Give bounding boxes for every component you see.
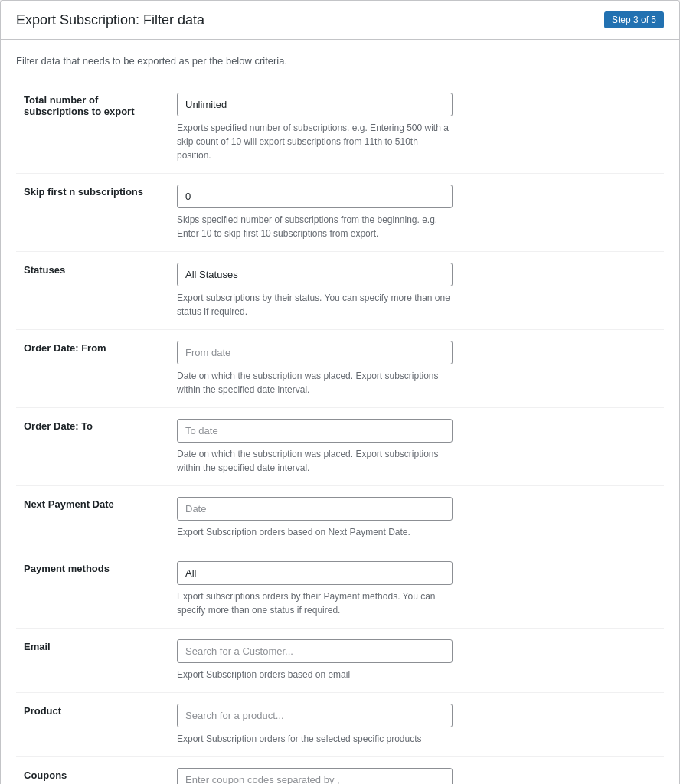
form-row-order_date_from: Order Date: FromDate on which the subscr… bbox=[16, 330, 664, 408]
input-coupons[interactable] bbox=[177, 768, 453, 784]
label-next_payment_date: Next Payment Date bbox=[16, 486, 169, 550]
label-skip_first: Skip first n subscriptions bbox=[16, 174, 169, 252]
description-order_date_to: Date on which the subscription was place… bbox=[177, 447, 453, 475]
form-row-coupons: CouponsExport Subscription orders based … bbox=[16, 757, 664, 785]
field-cell-skip_first: Skips specified number of subscriptions … bbox=[169, 174, 664, 252]
description-payment_methods: Export subscriptions orders by their Pay… bbox=[177, 590, 453, 617]
field-cell-order_date_to: Date on which the subscription was place… bbox=[169, 408, 664, 486]
field-cell-statuses: Export subscriptions by their status. Yo… bbox=[169, 252, 664, 330]
input-email[interactable] bbox=[177, 639, 453, 663]
description-order_date_from: Date on which the subscription was place… bbox=[177, 369, 453, 397]
label-order_date_from: Order Date: From bbox=[16, 330, 169, 408]
form-row-next_payment_date: Next Payment DateExport Subscription ord… bbox=[16, 486, 664, 550]
label-statuses: Statuses bbox=[16, 252, 169, 330]
form-row-statuses: StatusesExport subscriptions by their st… bbox=[16, 252, 664, 330]
field-cell-email: Export Subscription orders based on emai… bbox=[169, 629, 664, 693]
form-row-skip_first: Skip first n subscriptionsSkips specifie… bbox=[16, 174, 664, 252]
field-cell-next_payment_date: Export Subscription orders based on Next… bbox=[169, 486, 664, 550]
form-row-payment_methods: Payment methodsExport subscriptions orde… bbox=[16, 550, 664, 629]
input-payment_methods[interactable] bbox=[177, 561, 453, 585]
page-content: Filter data that needs to be exported as… bbox=[1, 40, 679, 784]
label-coupons: Coupons bbox=[16, 757, 169, 785]
description-total_number: Exports specified number of subscription… bbox=[177, 121, 453, 162]
description-email: Export Subscription orders based on emai… bbox=[177, 668, 453, 681]
input-skip_first[interactable] bbox=[177, 185, 453, 208]
label-email: Email bbox=[16, 629, 169, 693]
description-statuses: Export subscriptions by their status. Yo… bbox=[177, 291, 453, 318]
page-wrapper: Export Subscription: Filter data Step 3 … bbox=[0, 0, 680, 784]
field-cell-payment_methods: Export subscriptions orders by their Pay… bbox=[169, 550, 664, 629]
field-cell-order_date_from: Date on which the subscription was place… bbox=[169, 330, 664, 408]
step-badge: Step 3 of 5 bbox=[604, 11, 664, 28]
input-next_payment_date[interactable] bbox=[177, 497, 453, 521]
description-skip_first: Skips specified number of subscriptions … bbox=[177, 213, 453, 240]
form-row-total_number: Total number of subscriptions to exportE… bbox=[16, 82, 664, 174]
form-row-email: EmailExport Subscription orders based on… bbox=[16, 629, 664, 693]
label-order_date_to: Order Date: To bbox=[16, 408, 169, 486]
field-cell-total_number: Exports specified number of subscription… bbox=[169, 82, 664, 174]
form-row-order_date_to: Order Date: ToDate on which the subscrip… bbox=[16, 408, 664, 486]
form-table: Total number of subscriptions to exportE… bbox=[16, 82, 664, 784]
input-product[interactable] bbox=[177, 704, 453, 727]
form-row-product: ProductExport Subscription orders for th… bbox=[16, 693, 664, 757]
input-total_number[interactable] bbox=[177, 93, 453, 116]
label-payment_methods: Payment methods bbox=[16, 550, 169, 629]
label-product: Product bbox=[16, 693, 169, 757]
label-total_number: Total number of subscriptions to export bbox=[16, 82, 169, 174]
intro-text: Filter data that needs to be exported as… bbox=[16, 55, 664, 67]
field-cell-coupons: Export Subscription orders based on coup… bbox=[169, 757, 664, 785]
page-title: Export Subscription: Filter data bbox=[16, 12, 204, 28]
description-next_payment_date: Export Subscription orders based on Next… bbox=[177, 525, 453, 539]
input-order_date_from[interactable] bbox=[177, 341, 453, 364]
input-order_date_to[interactable] bbox=[177, 419, 453, 443]
description-product: Export Subscription orders for the selec… bbox=[177, 732, 453, 746]
input-statuses[interactable] bbox=[177, 263, 453, 286]
field-cell-product: Export Subscription orders for the selec… bbox=[169, 693, 664, 757]
page-header: Export Subscription: Filter data Step 3 … bbox=[1, 1, 679, 40]
